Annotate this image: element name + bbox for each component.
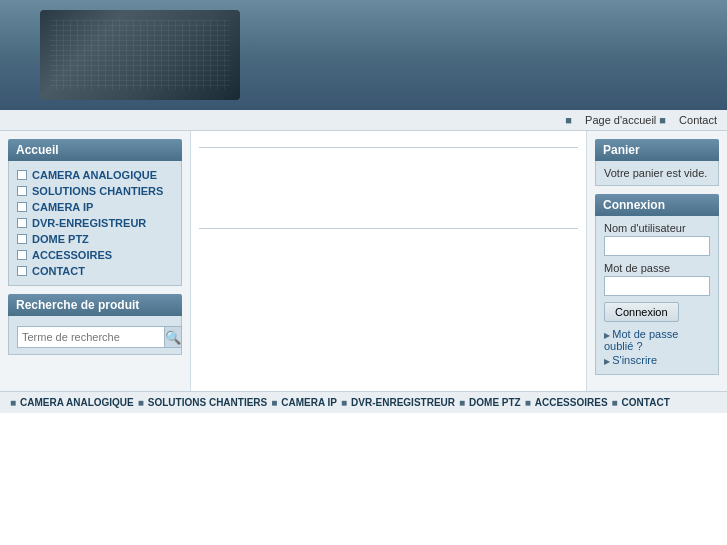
footer-link-accessoires[interactable]: ACCESSOIRES — [535, 397, 608, 408]
sidebar-accueil-title: Accueil — [8, 139, 182, 161]
header-banner — [0, 0, 727, 110]
connexion-section: Connexion Nom d'utilisateur Mot de passe… — [595, 194, 719, 375]
footer-nav: ■ CAMERA ANALOGIQUE ■ SOLUTIONS CHANTIER… — [0, 391, 727, 413]
check-icon — [17, 250, 27, 260]
footer-dot-3: ■ — [341, 397, 347, 408]
sidebar-link-dvr[interactable]: DVR-ENREGISTREUR — [32, 217, 146, 229]
sidebar-item-accessoires[interactable]: ACCESSOIRES — [17, 247, 173, 263]
sidebar-item-camera-analogique[interactable]: CAMERA ANALOGIQUE — [17, 167, 173, 183]
sidebar-search-title: Recherche de produit — [8, 294, 182, 316]
sidebar-link-dome-ptz[interactable]: DOME PTZ — [32, 233, 89, 245]
check-icon — [17, 202, 27, 212]
sidebar-search-section: Recherche de produit 🔍 — [8, 294, 182, 355]
panier-title: Panier — [595, 139, 719, 161]
password-label: Mot de passe — [604, 262, 710, 274]
footer-dot-4: ■ — [459, 397, 465, 408]
forgot-password-link[interactable]: Mot de passe oublié ? — [604, 328, 710, 352]
sidebar-link-solutions-chantiers[interactable]: SOLUTIONS CHANTIERS — [32, 185, 163, 197]
sidebar-link-contact[interactable]: CONTACT — [32, 265, 85, 277]
panier-content: Votre panier est vide. — [595, 161, 719, 186]
top-nav-bar: ■ Page d'accueil ■ Contact — [0, 110, 727, 131]
sidebar-item-dome-ptz[interactable]: DOME PTZ — [17, 231, 173, 247]
footer-dot-5: ■ — [525, 397, 531, 408]
sidebar-menu: CAMERA ANALOGIQUE SOLUTIONS CHANTIERS CA… — [8, 161, 182, 286]
footer-link-dome-ptz[interactable]: DOME PTZ — [469, 397, 521, 408]
footer-link-camera-analogique[interactable]: CAMERA ANALOGIQUE — [20, 397, 134, 408]
search-input[interactable] — [17, 326, 165, 348]
main-layout: Accueil CAMERA ANALOGIQUE SOLUTIONS CHAN… — [0, 131, 727, 391]
username-input[interactable] — [604, 236, 710, 256]
connexion-button[interactable]: Connexion — [604, 302, 679, 322]
sidebar-item-contact[interactable]: CONTACT — [17, 263, 173, 279]
header-keyboard-image — [40, 10, 240, 100]
topnav-dot1: ■ — [565, 114, 572, 126]
search-box: 🔍 — [17, 326, 173, 348]
center-content — [190, 131, 587, 391]
password-input[interactable] — [604, 276, 710, 296]
topnav-contact-link[interactable]: Contact — [679, 114, 717, 126]
connexion-content: Nom d'utilisateur Mot de passe Connexion… — [595, 216, 719, 375]
sidebar-link-accessoires[interactable]: ACCESSOIRES — [32, 249, 112, 261]
check-icon — [17, 266, 27, 276]
content-divider-bottom — [199, 228, 578, 229]
footer-link-camera-ip[interactable]: CAMERA IP — [281, 397, 337, 408]
footer-link-contact[interactable]: CONTACT — [622, 397, 670, 408]
footer-dot-2: ■ — [271, 397, 277, 408]
check-icon — [17, 218, 27, 228]
footer-dot-0: ■ — [10, 397, 16, 408]
footer-dot-1: ■ — [138, 397, 144, 408]
footer-dot-6: ■ — [612, 397, 618, 408]
topnav-dot2: ■ — [659, 114, 666, 126]
sidebar-accueil-section: Accueil CAMERA ANALOGIQUE SOLUTIONS CHAN… — [8, 139, 182, 286]
right-sidebar: Panier Votre panier est vide. Connexion … — [587, 131, 727, 391]
search-button[interactable]: 🔍 — [165, 326, 182, 348]
check-icon — [17, 186, 27, 196]
content-divider-top — [199, 147, 578, 148]
sidebar-item-dvr[interactable]: DVR-ENREGISTREUR — [17, 215, 173, 231]
username-label: Nom d'utilisateur — [604, 222, 710, 234]
sidebar-link-camera-ip[interactable]: CAMERA IP — [32, 201, 93, 213]
left-sidebar: Accueil CAMERA ANALOGIQUE SOLUTIONS CHAN… — [0, 131, 190, 391]
check-icon — [17, 234, 27, 244]
footer-link-solutions-chantiers[interactable]: SOLUTIONS CHANTIERS — [148, 397, 267, 408]
sidebar-search-content: 🔍 — [8, 316, 182, 355]
panier-empty-message: Votre panier est vide. — [604, 167, 707, 179]
sidebar-item-camera-ip[interactable]: CAMERA IP — [17, 199, 173, 215]
footer-link-dvr[interactable]: DVR-ENREGISTREUR — [351, 397, 455, 408]
panier-section: Panier Votre panier est vide. — [595, 139, 719, 186]
check-icon — [17, 170, 27, 180]
topnav-home-link[interactable]: Page d'accueil — [585, 114, 656, 126]
connexion-title: Connexion — [595, 194, 719, 216]
sidebar-link-camera-analogique[interactable]: CAMERA ANALOGIQUE — [32, 169, 157, 181]
sidebar-item-solutions-chantiers[interactable]: SOLUTIONS CHANTIERS — [17, 183, 173, 199]
register-link[interactable]: S'inscrire — [604, 354, 710, 366]
